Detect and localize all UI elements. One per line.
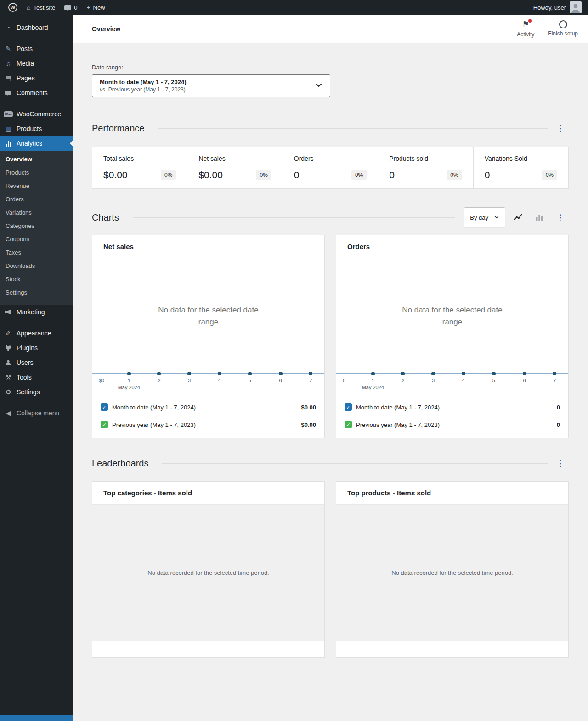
sidebar-item-marketing[interactable]: Marketing (0, 305, 74, 319)
sidebar-item-tools[interactable]: ⚒ Tools (0, 370, 74, 385)
sidebar-item-label: Marketing (17, 308, 45, 316)
woocommerce-icon: Woo (4, 111, 13, 117)
submenu-item-settings[interactable]: Settings (0, 286, 74, 299)
legend-item-current-period[interactable]: ✓ Month to date (May 1 - 7, 2024) 0 (336, 398, 568, 416)
sidebar-footer-strip (0, 715, 74, 721)
date-range-primary: Month to date (May 1 - 7, 2024) (100, 79, 187, 85)
finish-setup-label: Finish setup (548, 30, 578, 37)
x-tick-label: 2 (401, 378, 404, 383)
submenu-item-overview[interactable]: Overview (0, 153, 74, 166)
dashboard-icon: ◔ (4, 24, 13, 31)
sidebar-item-label: Settings (17, 388, 40, 396)
submenu-item-categories[interactable]: Categories (0, 219, 74, 233)
submenu-item-downloads[interactable]: Downloads (0, 259, 74, 273)
y-axis-origin-label: 0 (343, 378, 345, 383)
leaderboard-title: Top categories - Items sold (92, 482, 324, 505)
sidebar-item-label: Dashboard (17, 24, 48, 31)
submenu-item-stock[interactable]: Stock (0, 273, 74, 286)
checkbox-checked-icon[interactable]: ✓ (345, 421, 352, 428)
charts-menu-button[interactable]: ⋮ (552, 209, 569, 226)
analytics-submenu: Overview Products Revenue Orders Variati… (0, 151, 74, 305)
sidebar-item-analytics[interactable]: Analytics (0, 136, 74, 151)
chart-plot-area: No data for the selected date range (92, 258, 324, 374)
x-tick-label: 4 (218, 378, 221, 383)
settings-icon: ⚙ (4, 389, 13, 395)
stat-card-total-sales[interactable]: Total sales $0.00 0% (92, 147, 187, 189)
activity-button[interactable]: ⚑ Activity (517, 20, 534, 38)
date-range-secondary: vs. Previous year (May 1 - 7, 2023) (100, 86, 187, 93)
checkbox-checked-icon[interactable]: ✓ (101, 403, 108, 411)
date-range-label: Date range: (92, 64, 569, 71)
avatar (570, 1, 582, 13)
bar-chart-toggle[interactable] (531, 209, 548, 226)
x-tick-label: 7 (309, 378, 312, 383)
stat-label: Total sales (103, 155, 176, 162)
stat-delta-badge: 0% (256, 170, 271, 180)
sidebar-item-users[interactable]: Users (0, 355, 74, 370)
legend-label: Month to date (May 1 - 7, 2024) (356, 404, 440, 411)
stat-card-variations-sold[interactable]: Variations Sold 0 0% (473, 147, 569, 189)
legend-label: Previous year (May 1 - 7, 2023) (356, 421, 440, 428)
leaderboards-section-title: Leaderboards (92, 458, 148, 469)
comments-admin-bar-link[interactable]: 0 (60, 0, 82, 15)
legend-item-previous-period[interactable]: ✓ Previous year (May 1 - 7, 2023) $0.00 (92, 416, 324, 433)
checkbox-checked-icon[interactable]: ✓ (345, 403, 352, 411)
leaderboards-menu-button[interactable]: ⋮ (552, 455, 569, 471)
site-name-link[interactable]: ⌂ Test site (22, 0, 60, 15)
sidebar-item-products[interactable]: ▦ Products (0, 121, 74, 136)
sidebar-item-pages[interactable]: ▤ Pages (0, 71, 74, 85)
stat-value: $0.00 (198, 170, 223, 181)
sidebar-item-settings[interactable]: ⚙ Settings (0, 385, 74, 399)
admin-bar: W ⌂ Test site 0 + New Howdy, user (0, 0, 588, 15)
checkbox-checked-icon[interactable]: ✓ (101, 421, 108, 428)
performance-menu-button[interactable]: ⋮ (552, 120, 569, 136)
legend-label: Previous year (May 1 - 7, 2023) (112, 421, 196, 428)
legend-item-current-period[interactable]: ✓ Month to date (May 1 - 7, 2024) $0.00 (92, 398, 324, 416)
sidebar-item-dashboard[interactable]: ◔ Dashboard (0, 20, 74, 35)
x-tick-label: 2 (158, 378, 160, 383)
stat-value: $0.00 (103, 170, 128, 181)
plugins-icon (4, 345, 13, 351)
date-range-select[interactable]: Month to date (May 1 - 7, 2024) vs. Prev… (92, 74, 330, 97)
line-chart-toggle[interactable] (510, 209, 526, 226)
pages-icon: ▤ (4, 75, 13, 81)
sidebar-item-plugins[interactable]: Plugins (0, 341, 74, 355)
chart-legend: ✓ Month to date (May 1 - 7, 2024) $0.00 … (92, 397, 324, 438)
sidebar-item-media[interactable]: ♫ Media (0, 56, 74, 71)
sidebar-item-label: Comments (17, 89, 48, 97)
sidebar-item-woocommerce[interactable]: Woo WooCommerce (0, 107, 74, 121)
chart-panels: Net sales No data for the selected date … (92, 235, 569, 438)
stat-card-products-sold[interactable]: Products sold 0 0% (378, 147, 473, 189)
gridline (336, 297, 568, 297)
submenu-item-orders[interactable]: Orders (0, 193, 74, 206)
legend-value: $0.00 (301, 421, 316, 428)
finish-setup-button[interactable]: Finish setup (548, 20, 578, 37)
x-tick-label: 4 (462, 378, 465, 383)
account-menu[interactable]: Howdy, user (533, 1, 584, 13)
stat-card-net-sales[interactable]: Net sales $0.00 0% (187, 147, 283, 189)
interval-select[interactable]: By day (464, 207, 505, 227)
new-content-menu[interactable]: + New (82, 0, 109, 15)
comments-icon (4, 91, 13, 95)
leaderboard-empty-state: No data recorded for the selected time p… (336, 505, 568, 641)
stat-delta-badge: 0% (351, 170, 367, 180)
submenu-item-products[interactable]: Products (0, 166, 74, 179)
legend-item-previous-period[interactable]: ✓ Previous year (May 1 - 7, 2023) 0 (336, 416, 568, 433)
site-name: Test site (33, 4, 55, 11)
submenu-item-revenue[interactable]: Revenue (0, 179, 74, 193)
sidebar-item-appearance[interactable]: ✐ Appearance (0, 326, 74, 341)
submenu-item-variations[interactable]: Variations (0, 206, 74, 219)
howdy-text: Howdy, user (533, 4, 566, 11)
submenu-item-coupons[interactable]: Coupons (0, 233, 74, 246)
stat-card-orders[interactable]: Orders 0 0% (283, 147, 378, 189)
wordpress-menu[interactable]: W (4, 0, 22, 15)
users-icon (4, 359, 13, 366)
sidebar-item-comments[interactable]: Comments (0, 85, 74, 100)
collapse-arrow-icon: ◀ (4, 410, 13, 416)
sidebar-item-posts[interactable]: ✎ Posts (0, 41, 74, 56)
submenu-item-taxes[interactable]: Taxes (0, 246, 74, 259)
marketing-icon (4, 309, 13, 315)
section-divider (133, 217, 455, 218)
collapse-menu-button[interactable]: ◀ Collapse menu (0, 406, 74, 420)
section-divider (162, 463, 548, 464)
